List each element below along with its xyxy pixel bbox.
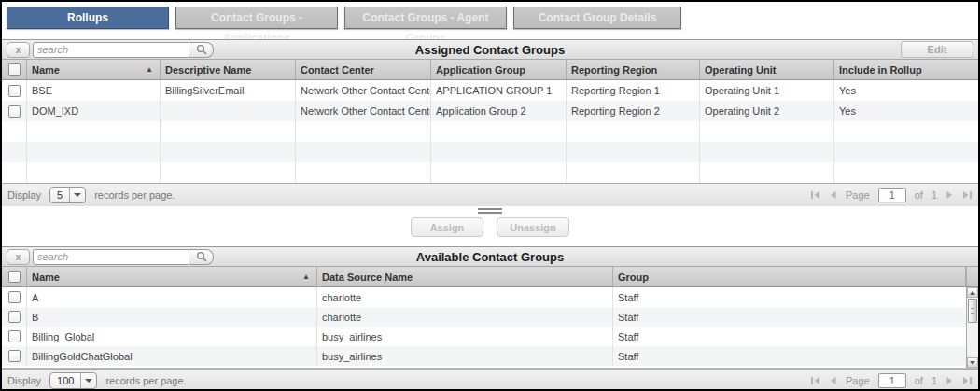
- scrollbar-thumb[interactable]: [968, 299, 977, 323]
- search-input[interactable]: [33, 42, 189, 58]
- column-header-include-in-rollup[interactable]: Include in Rollup: [834, 60, 978, 79]
- page-number-input[interactable]: [878, 188, 906, 202]
- sort-asc-icon: ▲: [146, 65, 153, 74]
- cell-reporting-region: Reporting Region 2: [567, 101, 700, 121]
- search-input[interactable]: [33, 249, 189, 265]
- unassign-button[interactable]: Unassign: [497, 217, 569, 237]
- column-header-label: Name: [32, 64, 60, 76]
- cell-application-group: Application Group 2: [431, 101, 567, 121]
- table-row[interactable]: BSE BillingSilverEmail Network Other Con…: [2, 80, 978, 101]
- assigned-panel: x Assigned Contact Groups Edit Name▲ Des…: [2, 39, 978, 206]
- records-per-page-label: records per page.: [105, 375, 186, 386]
- clear-search-button[interactable]: x: [7, 42, 30, 58]
- tab-bar: Rollups Contact Groups - Applications Co…: [2, 2, 978, 39]
- table-row[interactable]: DOM_IXD Network Other Contact Center App…: [2, 101, 978, 121]
- page-number-input[interactable]: [878, 373, 906, 388]
- select-all-checkbox[interactable]: [8, 271, 21, 283]
- available-footer: Display 100 records per page. Page of 1: [2, 369, 978, 391]
- rollups-page: { "tabs": [ { "label": "Rollups", "activ…: [0, 0, 980, 391]
- search-icon[interactable]: [189, 249, 214, 265]
- column-header-reporting-region[interactable]: Reporting Region: [567, 60, 700, 79]
- page-size-dropdown[interactable]: 100: [49, 372, 97, 389]
- cell-operating-unit: Operating Unit 2: [700, 101, 834, 121]
- cell-name: Billing_Global: [27, 327, 317, 346]
- column-header-contact-center[interactable]: Contact Center: [296, 60, 431, 79]
- cell-group: Staff: [613, 346, 966, 366]
- search-icon[interactable]: [189, 42, 214, 58]
- cell-name: DOM_IXD: [27, 101, 161, 121]
- column-header-name[interactable]: Name▲: [27, 60, 161, 79]
- row-checkbox[interactable]: [8, 105, 21, 118]
- assigned-table: Name▲ Descriptive Name Contact Center Ap…: [2, 60, 978, 183]
- edit-button[interactable]: Edit: [901, 41, 973, 58]
- row-checkbox[interactable]: [8, 311, 21, 323]
- row-checkbox-cell: [2, 307, 27, 327]
- row-checkbox[interactable]: [8, 291, 21, 303]
- page-size-value: 100: [50, 375, 80, 386]
- column-header-label: Name: [32, 272, 60, 283]
- empty-row: [2, 162, 978, 183]
- available-header-row: Name▲ Data Source Name Group: [2, 267, 978, 287]
- next-page-icon[interactable]: [945, 190, 954, 200]
- tab-rollups[interactable]: Rollups: [7, 7, 169, 29]
- cell-descriptive-name: BillingSilverEmail: [161, 80, 296, 101]
- next-page-icon[interactable]: [945, 376, 954, 385]
- cell-group: Staff: [613, 287, 966, 307]
- previous-page-icon[interactable]: [829, 376, 837, 385]
- cell-name: BillingGoldChatGlobal: [27, 346, 317, 366]
- page-size-dropdown[interactable]: 5: [49, 187, 86, 203]
- column-header-data-source-name[interactable]: Data Source Name: [317, 267, 613, 286]
- panel-resize-handle[interactable]: [478, 208, 502, 214]
- cell-data-source-name: charlotte: [317, 307, 613, 327]
- cell-name: A: [27, 287, 317, 307]
- page-label: Page: [846, 189, 870, 201]
- list-item[interactable]: A charlotte Staff: [2, 287, 966, 307]
- last-page-icon[interactable]: [962, 190, 973, 200]
- pagination: Page of 1: [810, 373, 973, 388]
- tab-contact-groups-agent-groups[interactable]: Contact Groups - Agent Groups: [344, 7, 507, 29]
- row-checkbox-cell: [2, 101, 27, 121]
- scroll-up-icon[interactable]: [967, 287, 978, 298]
- previous-page-icon[interactable]: [829, 190, 837, 200]
- row-checkbox[interactable]: [8, 330, 21, 342]
- cell-include-in-rollup: Yes: [834, 101, 978, 121]
- first-page-icon[interactable]: [810, 190, 820, 200]
- list-item[interactable]: Billing_Global busy_airlines Staff: [2, 327, 966, 346]
- row-checkbox[interactable]: [8, 85, 21, 97]
- row-checkbox-cell: [2, 346, 27, 366]
- vertical-scrollbar[interactable]: [966, 287, 978, 368]
- clear-search-button[interactable]: x: [7, 249, 30, 265]
- list-item[interactable]: B charlotte Staff: [2, 307, 966, 327]
- assigned-search-group: x: [7, 42, 214, 58]
- list-item[interactable]: BillingGoldChatGlobal busy_airlines Staf…: [2, 346, 966, 366]
- empty-row: [2, 142, 978, 162]
- assigned-header-row: Name▲ Descriptive Name Contact Center Ap…: [2, 60, 978, 80]
- chevron-down-icon: [81, 379, 96, 383]
- tab-contact-groups-applications[interactable]: Contact Groups - Applications: [175, 7, 338, 29]
- first-page-icon[interactable]: [810, 376, 820, 385]
- available-table: Name▲ Data Source Name Group A charlotte…: [2, 267, 978, 369]
- assign-button[interactable]: Assign: [411, 217, 483, 237]
- column-header-application-group[interactable]: Application Group: [431, 60, 567, 79]
- row-checkbox[interactable]: [8, 350, 21, 362]
- available-search-group: x: [7, 249, 214, 265]
- column-header-operating-unit[interactable]: Operating Unit: [700, 60, 834, 79]
- select-all-checkbox-cell: [2, 267, 27, 286]
- available-toolbar: x Available Contact Groups: [2, 246, 978, 267]
- cell-data-source-name: charlotte: [317, 287, 613, 307]
- column-header-group[interactable]: Group: [613, 267, 966, 286]
- cell-descriptive-name: [161, 101, 296, 121]
- column-header-descriptive-name[interactable]: Descriptive Name: [161, 60, 296, 79]
- page-size-value: 5: [50, 189, 69, 201]
- cell-reporting-region: Reporting Region 1: [567, 80, 700, 101]
- cell-include-in-rollup: Yes: [834, 80, 978, 101]
- last-page-icon[interactable]: [962, 376, 973, 385]
- tab-contact-group-details[interactable]: Contact Group Details: [513, 7, 681, 29]
- row-checkbox-cell: [2, 327, 27, 346]
- cell-contact-center: Network Other Contact Center: [296, 101, 431, 121]
- records-per-page-label: records per page.: [94, 189, 175, 201]
- column-header-name[interactable]: Name▲: [27, 267, 317, 286]
- select-all-checkbox[interactable]: [8, 63, 21, 76]
- available-rows-viewport: A charlotte Staff B charlotte Staff Bill…: [2, 287, 978, 369]
- scroll-down-icon[interactable]: [967, 357, 978, 368]
